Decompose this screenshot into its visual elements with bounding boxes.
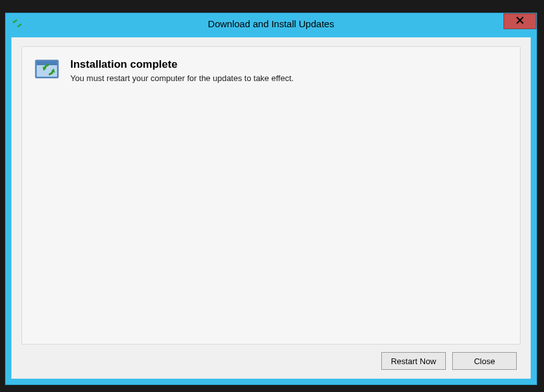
- updates-icon: [12, 18, 22, 28]
- updates-window: Download and Install Updates: [5, 13, 537, 385]
- status-heading: Installation complete: [70, 58, 507, 71]
- titlebar[interactable]: Download and Install Updates: [6, 13, 536, 34]
- close-icon: [516, 16, 524, 27]
- message-block: Installation complete You must restart y…: [70, 58, 507, 83]
- window-title: Download and Install Updates: [6, 18, 536, 29]
- status-message: You must restart your computer for the u…: [70, 73, 507, 83]
- client-area: Installation complete You must restart y…: [11, 37, 531, 379]
- restart-now-button[interactable]: Restart Now: [381, 352, 446, 370]
- content-panel: Installation complete You must restart y…: [22, 46, 521, 345]
- button-row: Restart Now Close: [22, 345, 521, 371]
- close-window-button[interactable]: [503, 13, 536, 29]
- close-button[interactable]: Close: [452, 352, 517, 370]
- update-status-icon: [35, 60, 60, 80]
